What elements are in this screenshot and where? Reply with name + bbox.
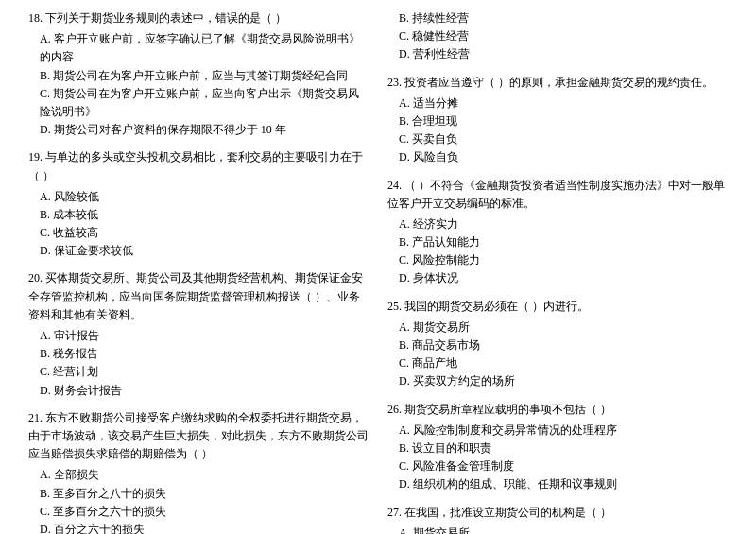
q24-option-d: D. 身体状况 — [387, 269, 728, 287]
q19-option-d: D. 保证金要求较低 — [28, 242, 369, 260]
question-26: 26. 期货交易所章程应载明的事项不包括（ ） A. 风险控制制度和交易异常情况… — [387, 401, 728, 494]
q24-option-a: A. 经济实力 — [387, 215, 728, 233]
q21-title: 21. 东方不败期货公司接受客户缴纳求购的全权委托进行期货交易，由于市场波动，该… — [28, 409, 369, 464]
q23-option-a: A. 适当分摊 — [387, 95, 728, 112]
q20-option-d: D. 财务会计报告 — [28, 382, 369, 400]
q19-title: 19. 与单边的多头或空头投机交易相比，套利交易的主要吸引力在于（ ） — [28, 148, 369, 184]
q20-option-a: A. 审计报告 — [28, 327, 369, 345]
question-25: 25. 我国的期货交易必须在（ ）内进行。 A. 期货交易所 B. 商品交易市场… — [387, 298, 728, 391]
q26-title: 26. 期货交易所章程应载明的事项不包括（ ） — [387, 401, 728, 419]
q24-title: 24. （ ）不符合《金融期货投资者适当性制度实施办法》中对一般单位客户开立交易… — [387, 177, 728, 213]
question-21: 21. 东方不败期货公司接受客户缴纳求购的全权委托进行期货交易，由于市场波动，该… — [28, 409, 369, 534]
q21-option-c: C. 至多百分之六十的损失 — [28, 503, 369, 521]
q26-option-c: C. 风险准备金管理制度 — [387, 457, 728, 475]
q20-title: 20. 买体期货交易所、期货公司及其他期货经营机构、期货保证金安全存管监控机构，… — [28, 269, 369, 324]
q24-option-c: C. 风险控制能力 — [387, 251, 728, 269]
q21-option-d: D. 百分之六十的损失 — [28, 521, 369, 534]
q26-option-a: A. 风险控制制度和交易异常情况的处理程序 — [387, 422, 728, 439]
q25-option-b: B. 商品交易市场 — [387, 336, 728, 354]
q27-option-a: A. 期货交易所 — [387, 525, 728, 534]
q18-title: 18. 下列关于期货业务规则的表述中，错误的是（ ） — [28, 9, 369, 27]
question-20: 20. 买体期货交易所、期货公司及其他期货经营机构、期货保证金安全存管监控机构，… — [28, 269, 369, 399]
content-columns: 18. 下列关于期货业务规则的表述中，错误的是（ ） A. 客户开立账户前，应签… — [28, 9, 728, 534]
q21-option-a: A. 全部损失 — [28, 466, 369, 484]
left-column: 18. 下列关于期货业务规则的表述中，错误的是（ ） A. 客户开立账户前，应签… — [28, 9, 369, 534]
q25-option-d: D. 买卖双方约定的场所 — [387, 372, 728, 390]
question-18: 18. 下列关于期货业务规则的表述中，错误的是（ ） A. 客户开立账户前，应签… — [28, 9, 369, 139]
q18-option-a: A. 客户开立账户前，应签字确认已了解《期货交易风险说明书》的内容 — [28, 30, 369, 66]
q23-option-d: D. 风险自负 — [387, 148, 728, 166]
q22-option-b: B. 持续性经营 — [387, 9, 728, 27]
q22-option-d: D. 营利性经营 — [387, 45, 728, 63]
q20-option-b: B. 税务报告 — [28, 345, 369, 363]
right-column: B. 持续性经营 C. 稳健性经营 D. 营利性经营 23. 投资者应当遵守（ … — [387, 9, 728, 534]
q26-option-b: B. 设立目的和职责 — [387, 439, 728, 457]
q23-title: 23. 投资者应当遵守（ ）的原则，承担金融期货交易的规约责任。 — [387, 74, 728, 92]
question-22-right: B. 持续性经营 C. 稳健性经营 D. 营利性经营 — [387, 9, 728, 64]
question-19: 19. 与单边的多头或空头投机交易相比，套利交易的主要吸引力在于（ ） A. 风… — [28, 148, 369, 260]
q19-option-a: A. 风险较低 — [28, 188, 369, 206]
question-24: 24. （ ）不符合《金融期货投资者适当性制度实施办法》中对一般单位客户开立交易… — [387, 177, 728, 288]
q25-option-c: C. 商品产地 — [387, 354, 728, 372]
q26-option-d: D. 组织机构的组成、职能、任期和议事规则 — [387, 475, 728, 493]
q24-option-b: B. 产品认知能力 — [387, 233, 728, 251]
q19-option-b: B. 成本较低 — [28, 206, 369, 224]
q25-option-a: A. 期货交易所 — [387, 319, 728, 336]
q18-option-b: B. 期货公司在为客户开立账户前，应当与其签订期货经纪合同 — [28, 67, 369, 85]
q18-option-d: D. 期货公司对客户资料的保存期限不得少于 10 年 — [28, 121, 369, 139]
q25-title: 25. 我国的期货交易必须在（ ）内进行。 — [387, 298, 728, 316]
question-23: 23. 投资者应当遵守（ ）的原则，承担金融期货交易的规约责任。 A. 适当分摊… — [387, 74, 728, 167]
q22-option-c: C. 稳健性经营 — [387, 27, 728, 45]
q18-option-c: C. 期货公司在为客户开立账户前，应当向客户出示《期货交易风险说明书》 — [28, 85, 369, 121]
q19-option-c: C. 收益较高 — [28, 224, 369, 242]
q23-option-b: B. 合理坦现 — [387, 112, 728, 130]
q20-option-c: C. 经营计划 — [28, 363, 369, 381]
q27-title: 27. 在我国，批准设立期货公司的机构是（ ） — [387, 504, 728, 522]
question-27: 27. 在我国，批准设立期货公司的机构是（ ） A. 期货交易所 — [387, 504, 728, 535]
q21-option-b: B. 至多百分之八十的损失 — [28, 485, 369, 503]
q23-option-c: C. 买卖自负 — [387, 130, 728, 148]
page-container: 18. 下列关于期货业务规则的表述中，错误的是（ ） A. 客户开立账户前，应签… — [0, 0, 756, 534]
